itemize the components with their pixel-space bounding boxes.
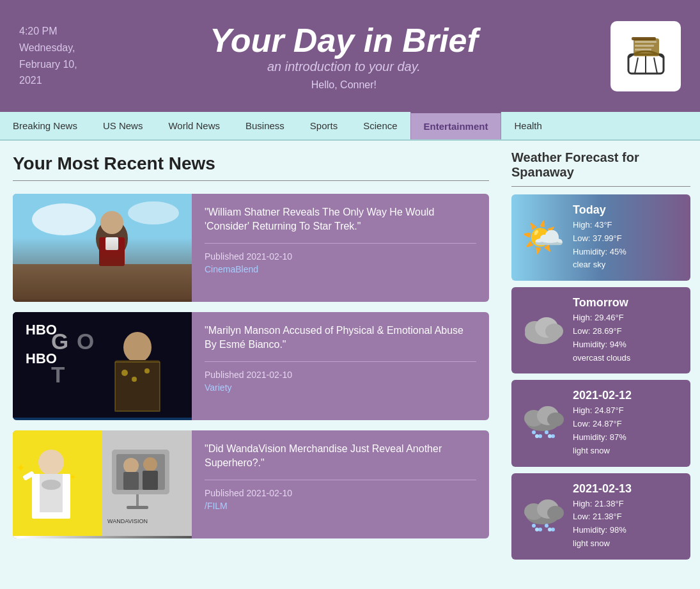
svg-point-64 <box>547 506 564 520</box>
nav-world-news[interactable]: World News <box>155 112 233 139</box>
svg-point-41 <box>143 457 157 471</box>
weather-today-detail: High: 43°F Low: 37.99°F Humidity: 45% cl… <box>573 219 626 272</box>
svg-point-57 <box>545 430 548 434</box>
news-card-divider-1 <box>205 243 476 244</box>
nav-business[interactable]: Business <box>233 112 297 139</box>
logo-icon <box>622 32 670 80</box>
marilyn-image: HBO HBO G O T <box>13 312 192 418</box>
news-card-divider-3 <box>205 480 476 480</box>
news-image-wandavision: ✦ ✦ WANDAVISION <box>13 430 192 538</box>
weather-sidebar: Weather Forecast for Spanaway 🌤️ Today H… <box>502 141 700 576</box>
svg-rect-7 <box>635 45 654 47</box>
svg-point-23 <box>123 332 152 363</box>
month-day: February 10, <box>19 56 77 73</box>
svg-text:WANDAVISION: WANDAVISION <box>107 518 148 524</box>
svg-point-59 <box>535 434 539 438</box>
time: 4:20 PM <box>19 23 77 40</box>
nav-health[interactable]: Health <box>501 112 554 139</box>
nav-sports[interactable]: Sports <box>297 112 350 139</box>
weather-tomorrow-detail: High: 29.46°F Low: 28.69°F Humidity: 94%… <box>573 311 630 365</box>
weather-today-info: Today High: 43°F Low: 37.99°F Humidity: … <box>573 203 626 272</box>
news-card-divider-2 <box>205 361 476 362</box>
svg-rect-12 <box>13 264 192 299</box>
weather-day4-label: 2021-02-13 <box>573 482 632 496</box>
news-source-1[interactable]: CinemaBlend <box>205 264 476 274</box>
svg-point-27 <box>132 377 137 382</box>
weather-today-label: Today <box>573 203 626 217</box>
svg-rect-42 <box>123 472 139 490</box>
weather-tomorrow-info: Tomorrow High: 29.46°F Low: 28.69°F Humi… <box>573 296 630 365</box>
app-subtitle: an introduction to your day. <box>77 59 611 74</box>
weather-today: 🌤️ Today High: 43°F Low: 37.99°F Humidit… <box>511 194 690 281</box>
svg-point-69 <box>535 528 539 531</box>
news-card-2: HBO HBO G O T "Marilyn Manson <box>13 312 489 420</box>
navigation: Breaking News US News World News Busines… <box>0 112 700 141</box>
svg-rect-44 <box>136 494 139 507</box>
svg-rect-5 <box>632 37 656 40</box>
news-card-body-2: "Marilyn Manson Accused of Physical & Em… <box>192 312 489 420</box>
svg-text:G: G <box>51 329 68 354</box>
weather-day3-info: 2021-02-12 High: 24.87°F Low: 24.87°F Hu… <box>573 389 632 457</box>
svg-rect-24 <box>115 360 160 411</box>
weather-divider <box>511 186 690 187</box>
news-section-title: Your Most Recent News <box>13 153 489 174</box>
greeting: Hello, Conner! <box>77 79 611 91</box>
weather-day4-detail: High: 21.38°F Low: 21.38°F Humidity: 98%… <box>573 498 632 551</box>
svg-point-11 <box>128 201 179 224</box>
news-date-3: Published 2021-02-10 <box>205 488 476 498</box>
news-date-1: Published 2021-02-10 <box>205 251 476 262</box>
svg-rect-45 <box>127 506 148 509</box>
svg-point-67 <box>545 524 548 528</box>
nav-us-news[interactable]: US News <box>90 112 156 139</box>
news-card-body-1: "William Shatner Reveals The Only Way He… <box>192 194 489 302</box>
app-title: Your Day in Brief <box>77 21 611 59</box>
weather-tomorrow-label: Tomorrow <box>573 296 630 310</box>
svg-point-50 <box>545 324 563 339</box>
news-image-shatner <box>13 194 192 302</box>
news-date-2: Published 2021-02-10 <box>205 370 476 380</box>
news-card-body-3: "Did WandaVision Merchandise Just Reveal… <box>192 430 489 538</box>
weather-title: Weather Forecast for Spanaway <box>511 150 690 180</box>
weather-day4-info: 2021-02-13 High: 21.38°F Low: 21.38°F Hu… <box>573 482 632 551</box>
svg-text:O: O <box>77 329 94 354</box>
news-section: Your Most Recent News <box>0 141 502 576</box>
svg-point-70 <box>548 528 552 531</box>
svg-point-10 <box>32 203 96 235</box>
news-section-divider <box>13 180 489 181</box>
svg-text:✦: ✦ <box>69 472 77 482</box>
shatner-image <box>13 194 192 299</box>
svg-point-26 <box>121 370 128 376</box>
svg-rect-16 <box>105 237 118 250</box>
weather-day3: 2021-02-12 High: 24.87°F Low: 24.87°F Hu… <box>511 380 690 466</box>
nav-science[interactable]: Science <box>350 112 410 139</box>
app-logo <box>611 21 681 91</box>
svg-line-3 <box>654 58 657 74</box>
svg-point-40 <box>123 458 139 473</box>
news-card-3: ✦ ✦ WANDAVISION " <box>13 430 489 538</box>
news-headline-1: "William Shatner Reveals The Only Way He… <box>205 205 476 234</box>
news-card-1: "William Shatner Reveals The Only Way He… <box>13 194 489 302</box>
datetime: 4:20 PM Wednesday, February 10, 2021 <box>19 23 77 88</box>
svg-text:✦: ✦ <box>16 462 26 475</box>
nav-entertainment[interactable]: Entertainment <box>410 112 502 139</box>
nav-breaking-news[interactable]: Breaking News <box>0 112 90 139</box>
year: 2021 <box>19 72 77 89</box>
header: 4:20 PM Wednesday, February 10, 2021 You… <box>0 0 700 112</box>
svg-rect-43 <box>143 471 158 490</box>
svg-rect-6 <box>635 41 657 43</box>
svg-point-54 <box>547 412 564 427</box>
svg-point-31 <box>38 450 64 475</box>
weather-day3-detail: High: 24.87°F Low: 24.87°F Humidity: 87%… <box>573 404 632 457</box>
svg-text:T: T <box>51 362 65 387</box>
news-source-2[interactable]: Variety <box>205 382 476 393</box>
svg-point-65 <box>532 524 536 528</box>
svg-line-1 <box>635 58 638 74</box>
svg-point-34 <box>42 480 61 490</box>
svg-point-28 <box>144 368 150 373</box>
snow-icon-2 <box>520 498 565 535</box>
wandavision-image: ✦ ✦ WANDAVISION <box>13 430 192 536</box>
weather-tomorrow: Tomorrow High: 29.46°F Low: 28.69°F Humi… <box>511 287 690 373</box>
svg-point-14 <box>100 211 123 234</box>
cloud-icon <box>520 313 565 348</box>
news-source-3[interactable]: /FILM <box>205 501 476 511</box>
